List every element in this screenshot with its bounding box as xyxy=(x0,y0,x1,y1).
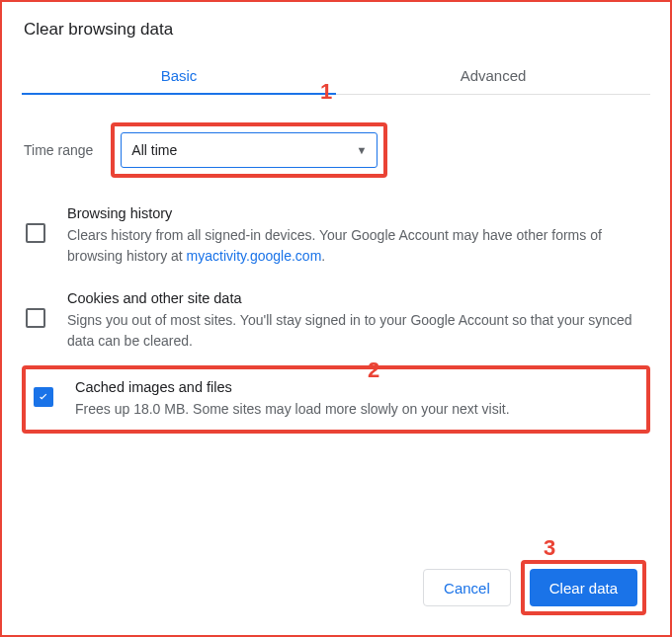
option-browsing-history: Browsing history Clears history from all… xyxy=(22,196,650,280)
time-range-select[interactable]: All time ▼ xyxy=(121,132,378,168)
annotation-number-1: 1 xyxy=(320,79,332,105)
option-text: Cookies and other site data Signs you ou… xyxy=(67,290,650,352)
checkbox-browsing-history[interactable] xyxy=(26,223,45,243)
spacer xyxy=(22,434,650,540)
checkbox-cache[interactable] xyxy=(34,387,53,407)
option-desc-cache: Frees up 18.0 MB. Some sites may load mo… xyxy=(75,399,642,420)
history-desc-post: . xyxy=(321,248,325,264)
annotation-box-3: Clear data xyxy=(521,560,646,615)
clear-browsing-data-dialog: Clear browsing data Basic Advanced Time … xyxy=(2,2,670,635)
history-desc-pre: Clears history from all signed-in device… xyxy=(67,227,602,264)
myactivity-link[interactable]: myactivity.google.com xyxy=(187,248,322,264)
annotation-number-2: 2 xyxy=(368,358,379,383)
options-list: Browsing history Clears history from all… xyxy=(22,196,650,434)
time-range-value: All time xyxy=(131,142,177,158)
annotation-box-1: All time ▼ xyxy=(111,122,387,178)
option-text: Browsing history Clears history from all… xyxy=(67,205,650,267)
option-text: Cached images and files Frees up 18.0 MB… xyxy=(75,379,642,420)
checkbox-cookies[interactable] xyxy=(26,308,45,328)
tab-basic[interactable]: Basic xyxy=(22,57,336,94)
option-cookies: Cookies and other site data Signs you ou… xyxy=(22,280,650,365)
annotation-number-3: 3 xyxy=(544,535,555,561)
annotation-box-2: Cached images and files Frees up 18.0 MB… xyxy=(22,365,650,434)
time-range-row: Time range All time ▼ xyxy=(24,122,650,178)
chevron-down-icon: ▼ xyxy=(356,144,367,156)
clear-data-button[interactable]: Clear data xyxy=(530,569,637,606)
tab-advanced[interactable]: Advanced xyxy=(336,57,650,94)
option-desc-cookies: Signs you out of most sites. You'll stay… xyxy=(67,310,650,352)
tabs: Basic Advanced xyxy=(22,57,650,95)
option-title-cookies: Cookies and other site data xyxy=(67,290,650,306)
cancel-button[interactable]: Cancel xyxy=(423,569,511,606)
dialog-footer: Cancel Clear data xyxy=(22,540,650,615)
time-range-label: Time range xyxy=(24,142,93,158)
dialog-title: Clear browsing data xyxy=(24,20,650,40)
option-desc-history: Clears history from all signed-in device… xyxy=(67,225,650,267)
option-title-cache: Cached images and files xyxy=(75,379,642,395)
option-cache: Cached images and files Frees up 18.0 MB… xyxy=(30,375,642,424)
option-title-history: Browsing history xyxy=(67,205,650,221)
